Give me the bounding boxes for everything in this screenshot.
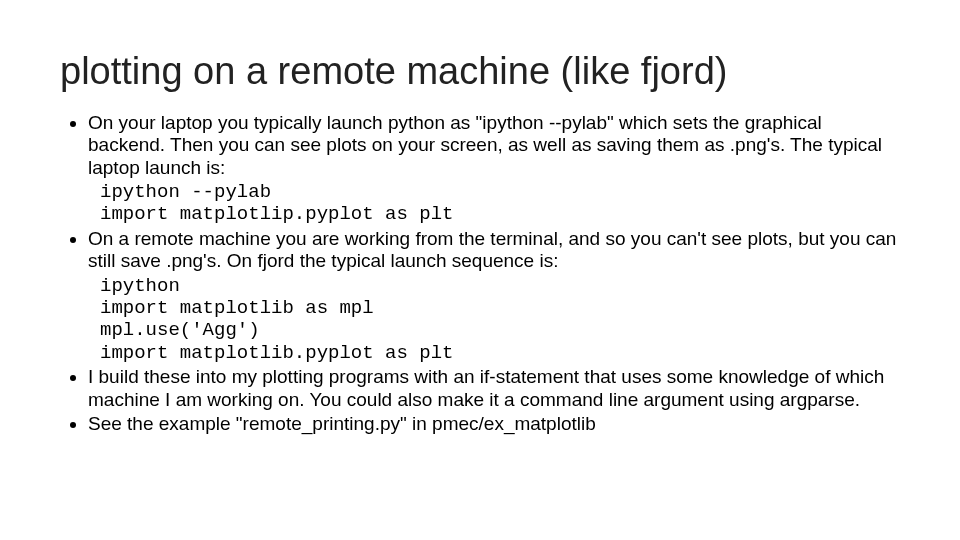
slide-title: plotting on a remote machine (like fjord…	[60, 50, 900, 94]
bullet-list: I build these into my plotting programs …	[60, 366, 900, 435]
bullet-item: I build these into my plotting programs …	[88, 366, 900, 411]
bullet-item: On a remote machine you are working from…	[88, 228, 900, 273]
bullet-list: On your laptop you typically launch pyth…	[60, 112, 900, 179]
code-block: ipython import matplotlib as mpl mpl.use…	[100, 275, 900, 365]
code-block: ipython --pylab import matplotlip.pyplot…	[100, 181, 900, 226]
bullet-item: On your laptop you typically launch pyth…	[88, 112, 900, 179]
bullet-item: See the example "remote_printing.py" in …	[88, 413, 900, 435]
slide: plotting on a remote machine (like fjord…	[0, 0, 960, 467]
bullet-list: On a remote machine you are working from…	[60, 228, 900, 273]
